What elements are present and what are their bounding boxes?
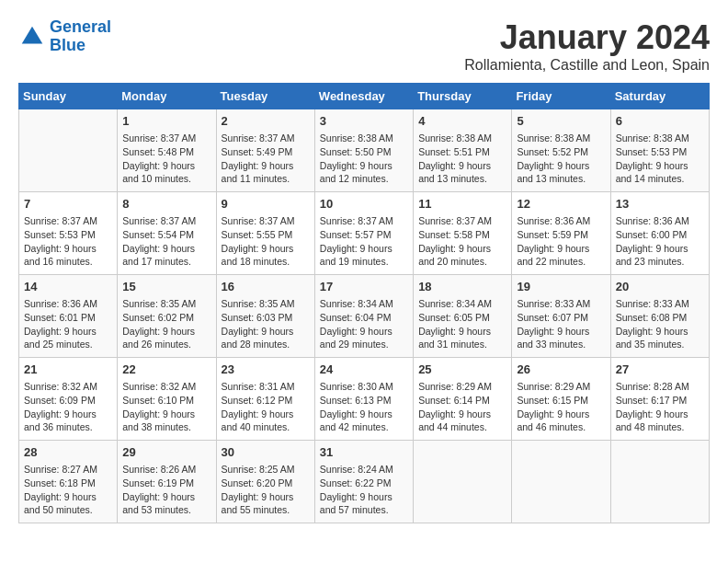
- day-info: Sunrise: 8:36 AM Sunset: 5:59 PM Dayligh…: [517, 214, 605, 269]
- col-sunday: Sunday: [19, 84, 118, 109]
- logo: General Blue: [18, 18, 111, 55]
- day-info: Sunrise: 8:26 AM Sunset: 6:19 PM Dayligh…: [122, 463, 210, 517]
- day-number: 12: [517, 196, 605, 213]
- day-number: 30: [222, 444, 310, 461]
- calendar-cell: 17Sunrise: 8:34 AM Sunset: 6:04 PM Dayli…: [314, 275, 413, 358]
- logo-line2: Blue: [50, 36, 85, 54]
- calendar-subtitle: Rollamienta, Castille and Leon, Spain: [464, 57, 710, 74]
- day-info: Sunrise: 8:29 AM Sunset: 6:15 PM Dayligh…: [517, 380, 605, 434]
- day-number: 4: [418, 113, 506, 130]
- calendar-cell: 9Sunrise: 8:37 AM Sunset: 5:55 PM Daylig…: [216, 192, 314, 275]
- day-info: Sunrise: 8:37 AM Sunset: 5:55 PM Dayligh…: [222, 214, 310, 269]
- calendar-cell: 27Sunrise: 8:28 AM Sunset: 6:17 PM Dayli…: [610, 358, 709, 441]
- day-number: 1: [122, 113, 210, 130]
- day-number: 31: [320, 444, 408, 461]
- calendar-week-2: 7Sunrise: 8:37 AM Sunset: 5:53 PM Daylig…: [19, 192, 710, 275]
- logo-icon: [18, 23, 46, 51]
- calendar-cell: 8Sunrise: 8:37 AM Sunset: 5:54 PM Daylig…: [118, 192, 216, 275]
- calendar-cell: 4Sunrise: 8:38 AM Sunset: 5:51 PM Daylig…: [414, 109, 512, 192]
- calendar-cell: 21Sunrise: 8:32 AM Sunset: 6:09 PM Dayli…: [19, 358, 118, 441]
- col-saturday: Saturday: [610, 84, 709, 109]
- day-number: 14: [24, 279, 112, 295]
- day-info: Sunrise: 8:29 AM Sunset: 6:14 PM Dayligh…: [418, 380, 506, 434]
- day-info: Sunrise: 8:36 AM Sunset: 6:00 PM Dayligh…: [616, 214, 704, 269]
- calendar-cell: 30Sunrise: 8:25 AM Sunset: 6:20 PM Dayli…: [216, 441, 314, 523]
- calendar-cell: 12Sunrise: 8:36 AM Sunset: 5:59 PM Dayli…: [512, 192, 610, 275]
- calendar-cell: 19Sunrise: 8:33 AM Sunset: 6:07 PM Dayli…: [512, 275, 610, 358]
- calendar-cell: 5Sunrise: 8:38 AM Sunset: 5:52 PM Daylig…: [512, 109, 610, 192]
- calendar-cell: 14Sunrise: 8:36 AM Sunset: 6:01 PM Dayli…: [19, 275, 118, 358]
- title-area: January 2024 Rollamienta, Castille and L…: [464, 18, 710, 74]
- day-info: Sunrise: 8:31 AM Sunset: 6:12 PM Dayligh…: [222, 380, 310, 434]
- day-info: Sunrise: 8:37 AM Sunset: 5:57 PM Dayligh…: [320, 214, 408, 269]
- day-info: Sunrise: 8:34 AM Sunset: 6:05 PM Dayligh…: [418, 297, 506, 351]
- calendar-cell: 29Sunrise: 8:26 AM Sunset: 6:19 PM Dayli…: [118, 441, 216, 523]
- day-info: Sunrise: 8:33 AM Sunset: 6:08 PM Dayligh…: [616, 297, 704, 351]
- day-info: Sunrise: 8:30 AM Sunset: 6:13 PM Dayligh…: [320, 380, 408, 434]
- day-info: Sunrise: 8:37 AM Sunset: 5:54 PM Dayligh…: [122, 214, 210, 269]
- calendar-cell: 15Sunrise: 8:35 AM Sunset: 6:02 PM Dayli…: [118, 275, 216, 358]
- calendar-cell: 18Sunrise: 8:34 AM Sunset: 6:05 PM Dayli…: [414, 275, 512, 358]
- calendar-cell: 11Sunrise: 8:37 AM Sunset: 5:58 PM Dayli…: [414, 192, 512, 275]
- day-number: 5: [517, 113, 605, 130]
- day-number: 17: [320, 279, 408, 295]
- day-info: Sunrise: 8:37 AM Sunset: 5:49 PM Dayligh…: [222, 132, 310, 186]
- day-info: Sunrise: 8:32 AM Sunset: 6:10 PM Dayligh…: [122, 380, 210, 434]
- svg-marker-0: [22, 27, 43, 44]
- day-info: Sunrise: 8:27 AM Sunset: 6:18 PM Dayligh…: [24, 463, 112, 517]
- day-info: Sunrise: 8:35 AM Sunset: 6:02 PM Dayligh…: [122, 297, 210, 351]
- day-info: Sunrise: 8:33 AM Sunset: 6:07 PM Dayligh…: [517, 297, 605, 351]
- calendar-cell: 2Sunrise: 8:37 AM Sunset: 5:49 PM Daylig…: [216, 109, 314, 192]
- calendar-cell: 25Sunrise: 8:29 AM Sunset: 6:14 PM Dayli…: [414, 358, 512, 441]
- calendar-week-4: 21Sunrise: 8:32 AM Sunset: 6:09 PM Dayli…: [19, 358, 710, 441]
- day-number: 16: [222, 279, 310, 295]
- day-number: 28: [24, 444, 112, 461]
- day-number: 20: [616, 279, 704, 295]
- day-info: Sunrise: 8:32 AM Sunset: 6:09 PM Dayligh…: [24, 380, 112, 434]
- day-number: 10: [320, 196, 408, 213]
- calendar-week-1: 1Sunrise: 8:37 AM Sunset: 5:48 PM Daylig…: [19, 109, 710, 192]
- day-number: 26: [517, 362, 605, 378]
- header-row: Sunday Monday Tuesday Wednesday Thursday…: [19, 84, 710, 109]
- calendar-cell: [414, 441, 512, 523]
- day-info: Sunrise: 8:37 AM Sunset: 5:48 PM Dayligh…: [122, 132, 210, 186]
- day-info: Sunrise: 8:38 AM Sunset: 5:50 PM Dayligh…: [320, 132, 408, 186]
- day-number: 27: [616, 362, 704, 378]
- day-number: 11: [418, 196, 506, 213]
- calendar-table: Sunday Monday Tuesday Wednesday Thursday…: [18, 83, 710, 523]
- day-info: Sunrise: 8:37 AM Sunset: 5:53 PM Dayligh…: [24, 214, 112, 269]
- calendar-cell: 20Sunrise: 8:33 AM Sunset: 6:08 PM Dayli…: [610, 275, 709, 358]
- day-number: 21: [24, 362, 112, 378]
- day-number: 29: [122, 444, 210, 461]
- calendar-cell: 26Sunrise: 8:29 AM Sunset: 6:15 PM Dayli…: [512, 358, 610, 441]
- calendar-cell: 6Sunrise: 8:38 AM Sunset: 5:53 PM Daylig…: [610, 109, 709, 192]
- day-number: 23: [222, 362, 310, 378]
- day-number: 3: [320, 113, 408, 130]
- calendar-cell: [610, 441, 709, 523]
- calendar-cell: 13Sunrise: 8:36 AM Sunset: 6:00 PM Dayli…: [610, 192, 709, 275]
- calendar-cell: 1Sunrise: 8:37 AM Sunset: 5:48 PM Daylig…: [118, 109, 216, 192]
- col-tuesday: Tuesday: [216, 84, 314, 109]
- day-info: Sunrise: 8:34 AM Sunset: 6:04 PM Dayligh…: [320, 297, 408, 351]
- calendar-cell: 23Sunrise: 8:31 AM Sunset: 6:12 PM Dayli…: [216, 358, 314, 441]
- calendar-cell: 31Sunrise: 8:24 AM Sunset: 6:22 PM Dayli…: [314, 441, 413, 523]
- day-number: 19: [517, 279, 605, 295]
- logo-text: General Blue: [50, 18, 111, 55]
- calendar-cell: 16Sunrise: 8:35 AM Sunset: 6:03 PM Dayli…: [216, 275, 314, 358]
- day-number: 8: [122, 196, 210, 213]
- col-friday: Friday: [512, 84, 610, 109]
- calendar-cell: 10Sunrise: 8:37 AM Sunset: 5:57 PM Dayli…: [314, 192, 413, 275]
- calendar-body: 1Sunrise: 8:37 AM Sunset: 5:48 PM Daylig…: [19, 109, 710, 523]
- logo-line1: General: [50, 17, 111, 36]
- day-number: 24: [320, 362, 408, 378]
- day-info: Sunrise: 8:36 AM Sunset: 6:01 PM Dayligh…: [24, 297, 112, 351]
- calendar-week-3: 14Sunrise: 8:36 AM Sunset: 6:01 PM Dayli…: [19, 275, 710, 358]
- day-info: Sunrise: 8:24 AM Sunset: 6:22 PM Dayligh…: [320, 463, 408, 517]
- day-info: Sunrise: 8:25 AM Sunset: 6:20 PM Dayligh…: [222, 463, 310, 517]
- day-number: 6: [616, 113, 704, 130]
- calendar-week-5: 28Sunrise: 8:27 AM Sunset: 6:18 PM Dayli…: [19, 441, 710, 523]
- day-info: Sunrise: 8:38 AM Sunset: 5:53 PM Dayligh…: [616, 132, 704, 186]
- calendar-title: January 2024: [464, 18, 710, 57]
- day-info: Sunrise: 8:37 AM Sunset: 5:58 PM Dayligh…: [418, 214, 506, 269]
- calendar-cell: 24Sunrise: 8:30 AM Sunset: 6:13 PM Dayli…: [314, 358, 413, 441]
